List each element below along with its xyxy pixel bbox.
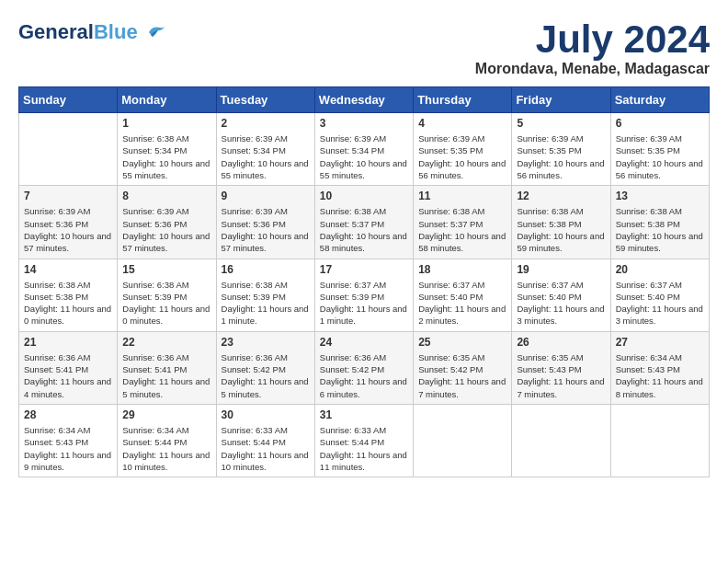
calendar-cell-w5-d1: 28Sunrise: 6:34 AM Sunset: 5:43 PM Dayli… bbox=[19, 404, 118, 477]
calendar-week-4: 21Sunrise: 6:36 AM Sunset: 5:41 PM Dayli… bbox=[19, 331, 710, 404]
calendar-cell-w2-d3: 9Sunrise: 6:39 AM Sunset: 5:36 PM Daylig… bbox=[216, 186, 314, 259]
calendar-cell-w3-d6: 19Sunrise: 6:37 AM Sunset: 5:40 PM Dayli… bbox=[512, 259, 610, 331]
day-number: 18 bbox=[418, 263, 506, 276]
calendar-header-row: Sunday Monday Tuesday Wednesday Thursday… bbox=[19, 87, 710, 113]
day-info: Sunrise: 6:39 AM Sunset: 5:36 PM Dayligh… bbox=[122, 205, 210, 254]
header-sunday: Sunday bbox=[19, 87, 118, 113]
location-title: Morondava, Menabe, Madagascar bbox=[475, 61, 710, 77]
day-number: 23 bbox=[222, 336, 310, 349]
calendar-cell-w2-d1: 7Sunrise: 6:39 AM Sunset: 5:36 PM Daylig… bbox=[19, 186, 118, 259]
calendar-cell-w5-d5 bbox=[414, 404, 512, 477]
day-number: 9 bbox=[222, 190, 310, 202]
calendar-week-5: 28Sunrise: 6:34 AM Sunset: 5:43 PM Dayli… bbox=[19, 404, 710, 477]
calendar-table: Sunday Monday Tuesday Wednesday Thursday… bbox=[18, 86, 710, 477]
day-info: Sunrise: 6:37 AM Sunset: 5:40 PM Dayligh… bbox=[616, 279, 704, 327]
calendar-cell-w2-d6: 12Sunrise: 6:38 AM Sunset: 5:38 PM Dayli… bbox=[512, 186, 610, 259]
day-info: Sunrise: 6:39 AM Sunset: 5:35 PM Dayligh… bbox=[418, 132, 506, 181]
day-number: 28 bbox=[24, 408, 112, 421]
calendar-cell-w5-d6 bbox=[512, 404, 610, 477]
day-info: Sunrise: 6:39 AM Sunset: 5:34 PM Dayligh… bbox=[222, 132, 310, 181]
day-number: 11 bbox=[418, 190, 506, 202]
logo-text: GeneralBlue bbox=[18, 22, 138, 42]
day-number: 21 bbox=[24, 336, 112, 349]
day-info: Sunrise: 6:38 AM Sunset: 5:37 PM Dayligh… bbox=[320, 205, 408, 254]
day-number: 4 bbox=[418, 117, 506, 130]
day-info: Sunrise: 6:37 AM Sunset: 5:40 PM Dayligh… bbox=[517, 279, 605, 327]
day-number: 17 bbox=[320, 263, 408, 276]
calendar-cell-w2-d5: 11Sunrise: 6:38 AM Sunset: 5:37 PM Dayli… bbox=[414, 186, 512, 259]
calendar-cell-w1-d6: 5Sunrise: 6:39 AM Sunset: 5:35 PM Daylig… bbox=[512, 113, 610, 186]
day-info: Sunrise: 6:38 AM Sunset: 5:38 PM Dayligh… bbox=[24, 279, 112, 327]
title-block: July 2024 Morondava, Menabe, Madagascar bbox=[475, 18, 710, 77]
calendar-cell-w4-d4: 24Sunrise: 6:36 AM Sunset: 5:42 PM Dayli… bbox=[314, 331, 413, 404]
day-number: 8 bbox=[122, 190, 210, 202]
day-number: 7 bbox=[24, 190, 112, 202]
calendar-cell-w3-d7: 20Sunrise: 6:37 AM Sunset: 5:40 PM Dayli… bbox=[610, 259, 709, 331]
calendar-cell-w1-d2: 1Sunrise: 6:38 AM Sunset: 5:34 PM Daylig… bbox=[118, 113, 216, 186]
day-number: 16 bbox=[222, 263, 310, 276]
day-info: Sunrise: 6:38 AM Sunset: 5:34 PM Dayligh… bbox=[122, 132, 210, 181]
calendar-cell-w1-d5: 4Sunrise: 6:39 AM Sunset: 5:35 PM Daylig… bbox=[414, 113, 512, 186]
calendar-cell-w4-d6: 26Sunrise: 6:35 AM Sunset: 5:43 PM Dayli… bbox=[512, 331, 610, 404]
calendar-cell-w2-d2: 8Sunrise: 6:39 AM Sunset: 5:36 PM Daylig… bbox=[118, 186, 216, 259]
day-number: 6 bbox=[616, 117, 704, 130]
calendar-cell-w5-d7 bbox=[610, 404, 709, 477]
day-number: 26 bbox=[517, 336, 605, 349]
day-info: Sunrise: 6:39 AM Sunset: 5:35 PM Dayligh… bbox=[616, 132, 704, 181]
day-info: Sunrise: 6:33 AM Sunset: 5:44 PM Dayligh… bbox=[222, 424, 310, 473]
header-friday: Friday bbox=[512, 87, 610, 113]
calendar-cell-w1-d1 bbox=[19, 113, 118, 186]
calendar-week-3: 14Sunrise: 6:38 AM Sunset: 5:38 PM Dayli… bbox=[19, 259, 710, 331]
day-info: Sunrise: 6:39 AM Sunset: 5:36 PM Dayligh… bbox=[222, 205, 310, 254]
calendar-cell-w3-d5: 18Sunrise: 6:37 AM Sunset: 5:40 PM Dayli… bbox=[414, 259, 512, 331]
day-info: Sunrise: 6:34 AM Sunset: 5:43 PM Dayligh… bbox=[24, 424, 112, 473]
day-number: 14 bbox=[24, 263, 112, 276]
day-info: Sunrise: 6:36 AM Sunset: 5:41 PM Dayligh… bbox=[24, 351, 112, 400]
day-info: Sunrise: 6:35 AM Sunset: 5:42 PM Dayligh… bbox=[418, 351, 506, 400]
logo: GeneralBlue bbox=[18, 18, 169, 46]
day-info: Sunrise: 6:38 AM Sunset: 5:39 PM Dayligh… bbox=[122, 279, 210, 327]
day-info: Sunrise: 6:39 AM Sunset: 5:36 PM Dayligh… bbox=[24, 205, 112, 254]
calendar-week-1: 1Sunrise: 6:38 AM Sunset: 5:34 PM Daylig… bbox=[19, 113, 710, 186]
day-number: 30 bbox=[222, 408, 310, 421]
calendar-cell-w2-d4: 10Sunrise: 6:38 AM Sunset: 5:37 PM Dayli… bbox=[314, 186, 413, 259]
header-saturday: Saturday bbox=[610, 87, 709, 113]
calendar-cell-w1-d7: 6Sunrise: 6:39 AM Sunset: 5:35 PM Daylig… bbox=[610, 113, 709, 186]
day-number: 3 bbox=[320, 117, 408, 130]
day-info: Sunrise: 6:36 AM Sunset: 5:42 PM Dayligh… bbox=[320, 351, 408, 400]
header-wednesday: Wednesday bbox=[314, 87, 413, 113]
calendar-cell-w4-d7: 27Sunrise: 6:34 AM Sunset: 5:43 PM Dayli… bbox=[610, 331, 709, 404]
logo-bird-icon bbox=[142, 18, 169, 46]
day-number: 24 bbox=[320, 336, 408, 349]
day-number: 10 bbox=[320, 190, 408, 202]
calendar-cell-w2-d7: 13Sunrise: 6:38 AM Sunset: 5:38 PM Dayli… bbox=[610, 186, 709, 259]
day-info: Sunrise: 6:36 AM Sunset: 5:41 PM Dayligh… bbox=[122, 351, 210, 400]
day-info: Sunrise: 6:34 AM Sunset: 5:44 PM Dayligh… bbox=[122, 424, 210, 473]
calendar-cell-w3-d3: 16Sunrise: 6:38 AM Sunset: 5:39 PM Dayli… bbox=[216, 259, 314, 331]
calendar-cell-w3-d4: 17Sunrise: 6:37 AM Sunset: 5:39 PM Dayli… bbox=[314, 259, 413, 331]
day-number: 15 bbox=[122, 263, 210, 276]
day-info: Sunrise: 6:36 AM Sunset: 5:42 PM Dayligh… bbox=[222, 351, 310, 400]
calendar-cell-w4-d1: 21Sunrise: 6:36 AM Sunset: 5:41 PM Dayli… bbox=[19, 331, 118, 404]
month-title: July 2024 bbox=[475, 18, 710, 61]
day-info: Sunrise: 6:35 AM Sunset: 5:43 PM Dayligh… bbox=[517, 351, 605, 400]
calendar-cell-w5-d3: 30Sunrise: 6:33 AM Sunset: 5:44 PM Dayli… bbox=[216, 404, 314, 477]
day-number: 5 bbox=[517, 117, 605, 130]
header-tuesday: Tuesday bbox=[216, 87, 314, 113]
page-header: GeneralBlue July 2024 Morondava, Menabe,… bbox=[18, 18, 710, 77]
day-number: 25 bbox=[418, 336, 506, 349]
day-number: 12 bbox=[517, 190, 605, 202]
day-number: 22 bbox=[122, 336, 210, 349]
day-number: 2 bbox=[222, 117, 310, 130]
calendar-cell-w1-d4: 3Sunrise: 6:39 AM Sunset: 5:34 PM Daylig… bbox=[314, 113, 413, 186]
day-info: Sunrise: 6:34 AM Sunset: 5:43 PM Dayligh… bbox=[616, 351, 704, 400]
day-number: 29 bbox=[122, 408, 210, 421]
day-info: Sunrise: 6:37 AM Sunset: 5:39 PM Dayligh… bbox=[320, 279, 408, 327]
calendar-cell-w4-d2: 22Sunrise: 6:36 AM Sunset: 5:41 PM Dayli… bbox=[118, 331, 216, 404]
calendar-week-2: 7Sunrise: 6:39 AM Sunset: 5:36 PM Daylig… bbox=[19, 186, 710, 259]
day-number: 1 bbox=[122, 117, 210, 130]
day-info: Sunrise: 6:38 AM Sunset: 5:38 PM Dayligh… bbox=[616, 205, 704, 254]
calendar-cell-w3-d1: 14Sunrise: 6:38 AM Sunset: 5:38 PM Dayli… bbox=[19, 259, 118, 331]
calendar-cell-w3-d2: 15Sunrise: 6:38 AM Sunset: 5:39 PM Dayli… bbox=[118, 259, 216, 331]
calendar-cell-w1-d3: 2Sunrise: 6:39 AM Sunset: 5:34 PM Daylig… bbox=[216, 113, 314, 186]
